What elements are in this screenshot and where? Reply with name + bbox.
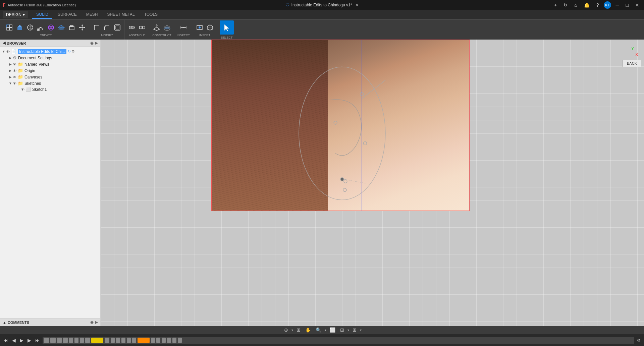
- timeline-play-btn[interactable]: ▶: [18, 337, 25, 344]
- fillet-btn[interactable]: [92, 23, 101, 32]
- joint-btn[interactable]: [127, 23, 137, 32]
- root-visibility-icon[interactable]: 👁: [6, 50, 10, 54]
- sketches-visibility-icon[interactable]: 👁: [13, 81, 16, 85]
- new-tab-btn[interactable]: +: [552, 2, 559, 8]
- tree-canvases[interactable]: ▶ 👁 📁 Canvases: [0, 74, 100, 80]
- tl-item-10[interactable]: [111, 338, 115, 343]
- tab-tools[interactable]: TOOLS: [140, 11, 162, 19]
- sketches-expand[interactable]: ▼: [8, 81, 13, 85]
- comments-header[interactable]: ▲ COMMENTS ◉ ▶: [0, 319, 100, 326]
- tl-item-9[interactable]: [105, 338, 109, 343]
- timeline-prev-btn[interactable]: ◀: [11, 337, 17, 344]
- close-btn[interactable]: ✕: [633, 2, 641, 8]
- canvases-expand[interactable]: ▶: [8, 75, 13, 79]
- rigid-group-btn[interactable]: [138, 23, 147, 32]
- tab-surface[interactable]: SURFACE: [54, 11, 81, 19]
- tab-solid[interactable]: SOLID: [32, 11, 52, 19]
- maximize-btn[interactable]: □: [624, 2, 631, 8]
- chamfer-btn[interactable]: [102, 23, 112, 32]
- home-icon[interactable]: ⌂: [572, 2, 579, 8]
- tl-item-21[interactable]: [178, 338, 182, 343]
- collapse-browser-btn[interactable]: ◀: [3, 41, 5, 45]
- tl-item-4[interactable]: [63, 338, 68, 343]
- grid-btn[interactable]: ⊞: [339, 327, 345, 333]
- layout-btn[interactable]: ⊞: [351, 327, 358, 333]
- back-button[interactable]: BACK: [623, 60, 641, 67]
- snap-settings-btn[interactable]: ⊕: [283, 327, 289, 333]
- new-component-btn[interactable]: [5, 23, 14, 32]
- tl-item-19[interactable]: [167, 338, 171, 343]
- user-avatar[interactable]: KT: [604, 1, 611, 9]
- shell-btn[interactable]: [67, 23, 76, 32]
- tl-item-18[interactable]: [162, 338, 166, 343]
- browser-pin-btn[interactable]: ◉: [90, 41, 94, 45]
- timeline-end-btn[interactable]: ⏭: [34, 337, 41, 344]
- notification-icon[interactable]: 🔔: [582, 2, 592, 8]
- help-icon[interactable]: ?: [594, 2, 601, 8]
- tl-item-8[interactable]: [85, 338, 90, 343]
- tl-item-13[interactable]: [127, 338, 131, 343]
- tl-item-20[interactable]: [172, 338, 176, 343]
- tree-sketches[interactable]: ▼ 👁 📁 Sketches: [0, 80, 100, 86]
- root-settings-icon[interactable]: ⚙: [71, 49, 75, 54]
- root-expand-icon[interactable]: ▼: [1, 50, 6, 53]
- timeline-next-frame-btn[interactable]: ▶: [26, 337, 33, 344]
- tl-item-14[interactable]: [132, 338, 136, 343]
- canvases-visibility-icon[interactable]: 👁: [13, 75, 16, 79]
- minimize-btn[interactable]: ─: [614, 2, 621, 8]
- tl-item-3[interactable]: [57, 338, 62, 343]
- tl-item-1[interactable]: [44, 338, 49, 343]
- sweep-btn[interactable]: [36, 23, 45, 32]
- origin-visibility-icon[interactable]: 👁: [13, 69, 16, 73]
- zoom-btn[interactable]: 🔍: [314, 327, 323, 333]
- comments-more-icon[interactable]: ▶: [95, 320, 98, 325]
- display-settings-btn[interactable]: ⊞: [295, 327, 302, 333]
- named-views-expand[interactable]: ▶: [8, 62, 13, 66]
- close-tab-icon[interactable]: ✕: [355, 3, 359, 7]
- refresh-icon[interactable]: ↻: [561, 2, 570, 8]
- offset-plane-btn[interactable]: [152, 23, 161, 32]
- design-dropdown-btn[interactable]: DESIGN ▾: [3, 11, 28, 18]
- tree-sketch1[interactable]: 👁 ⬜ Sketch1: [0, 86, 100, 93]
- tl-item-6[interactable]: [74, 338, 78, 343]
- shell-modify-btn[interactable]: [113, 23, 122, 32]
- midplane-btn[interactable]: [162, 23, 172, 32]
- tl-item-12[interactable]: [121, 338, 125, 343]
- browser-close-btn[interactable]: ▶: [95, 41, 98, 45]
- pan-btn[interactable]: ✋: [304, 327, 312, 333]
- extrude-btn[interactable]: [15, 23, 24, 32]
- viewport[interactable]: Y X BACK: [101, 40, 644, 326]
- move-copy-btn[interactable]: [77, 23, 87, 32]
- sketch1-visibility-icon[interactable]: 👁: [21, 88, 24, 92]
- origin-expand[interactable]: ▶: [8, 69, 13, 72]
- tree-named-views[interactable]: ▶ 👁 📁 Named Views: [0, 61, 100, 67]
- tl-item-16[interactable]: [151, 338, 155, 343]
- revolve-btn[interactable]: [25, 23, 35, 32]
- comments-pin-icon[interactable]: ◉: [90, 320, 94, 325]
- tl-item-2[interactable]: [50, 338, 56, 343]
- tl-item-active[interactable]: [91, 338, 103, 343]
- insert-mesh-btn[interactable]: [205, 23, 215, 32]
- view-cube-btn[interactable]: ⬜: [328, 327, 337, 333]
- doc-settings-expand[interactable]: ▶: [8, 56, 13, 60]
- tl-item-15[interactable]: [138, 338, 150, 343]
- timeline-start-btn[interactable]: ⏮: [2, 337, 9, 344]
- tab-sheet-metal[interactable]: SHEET METAL: [103, 11, 139, 19]
- plane-btn[interactable]: [57, 23, 66, 32]
- tl-item-17[interactable]: [156, 338, 160, 343]
- create-form-btn[interactable]: [46, 23, 56, 32]
- timeline-settings-btn[interactable]: ⚙: [636, 337, 642, 343]
- tree-origin[interactable]: ▶ 👁 📁 Origin: [0, 67, 100, 74]
- tab-mesh[interactable]: MESH: [82, 11, 102, 19]
- tl-item-11[interactable]: [116, 338, 120, 343]
- insert-canvas-btn[interactable]: [195, 23, 204, 32]
- tree-doc-settings[interactable]: ▶ ⚙ Document Settings: [0, 55, 100, 61]
- tree-root-item[interactable]: ▼ 👁 📄 Instructable Edits to Chi... ↻ ⚙: [0, 48, 100, 55]
- select-btn[interactable]: [220, 20, 234, 35]
- tl-item-5[interactable]: [69, 338, 73, 343]
- named-views-visibility-icon[interactable]: 👁: [13, 62, 16, 66]
- tl-item-7[interactable]: [80, 338, 84, 343]
- measure-btn[interactable]: [179, 23, 188, 32]
- root-sync-icon[interactable]: ↻: [68, 49, 71, 54]
- timeline-track[interactable]: [43, 337, 634, 344]
